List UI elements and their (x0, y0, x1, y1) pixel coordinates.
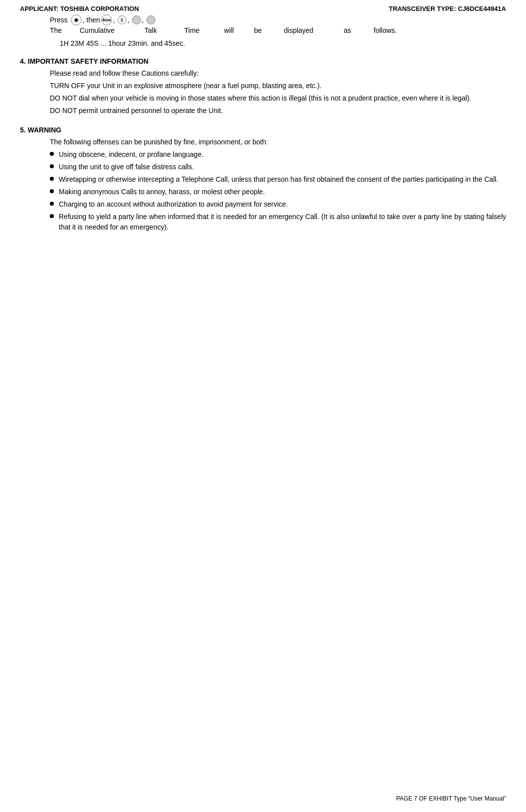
section-4-line2: TURN OFF your Unit in an explosive atmos… (50, 81, 506, 91)
section-4-line1: Please read and follow these Cautions ca… (50, 68, 506, 79)
section-5-body: The following offenses can be punished b… (50, 137, 506, 232)
section-4-title: 4. IMPORTANT SAFETY INFORMATION (20, 57, 506, 65)
button-icon-1: 1 (118, 15, 127, 24)
page-footer: PAGE 7 OF EXHIBIT Type “User Manual” (396, 795, 506, 802)
bullet-dot-icon (50, 189, 54, 193)
section-5-bullets: Using obscene, indecent, or profane lang… (50, 149, 506, 232)
example-line: 1H 23M 45S ... 1hour 23min. and 45sec. (60, 39, 506, 47)
section-5-title: 5. WARNING (20, 126, 506, 134)
time-word: Time (184, 26, 224, 34)
bullet-text: Charging to an account without authoriza… (59, 199, 506, 210)
bullet-text: Using the unit to give off false distres… (59, 162, 506, 172)
button-icon-circle2 (132, 15, 141, 24)
comma3: , (142, 16, 144, 24)
talk-word: Talk (144, 26, 184, 34)
section-5-intro: The following offenses can be punished b… (50, 137, 506, 147)
bullet-dot-icon (50, 202, 54, 206)
list-item: Using the unit to give off false distres… (50, 162, 506, 172)
example-text: 1H 23M 45S ... 1hour 23min. and 45sec. (60, 39, 185, 47)
as-word: as (344, 26, 374, 34)
the-word: The (50, 26, 80, 34)
bullet-dot-icon (50, 177, 54, 181)
bullet-text: Making anonymous Calls to annoy, harass,… (59, 187, 506, 197)
transceiver-label: TRANSCEIVER TYPE: CJ6DCE44941A (389, 5, 506, 12)
comma2: , (128, 16, 130, 24)
section-5: 5. WARNING The following offenses can be… (20, 126, 506, 232)
applicant-label: APPLICANT: TOSHIBA CORPORATION (20, 5, 139, 12)
bullet-text: Wiretapping or otherwise intercepting a … (59, 174, 506, 185)
section-4-line4: DO NOT permit untrained personnel to ope… (50, 106, 506, 116)
bullet-dot-icon (50, 152, 54, 156)
be-word: be (254, 26, 284, 34)
bullet-text: Refusing to yield a party line when info… (59, 212, 506, 232)
press-text: Press (50, 16, 68, 24)
list-item: Charging to an account without authoriza… (50, 199, 506, 210)
displayed-word: displayed (284, 26, 344, 34)
will-word: will (224, 26, 254, 34)
list-item: Refusing to yield a party line when info… (50, 212, 506, 232)
follows-word: follows. (374, 26, 413, 34)
list-item: Using obscene, indecent, or profane lang… (50, 149, 506, 160)
list-item: Making anonymous Calls to annoy, harass,… (50, 187, 506, 197)
list-item: Wiretapping or otherwise intercepting a … (50, 174, 506, 185)
bullet-text: Using obscene, indecent, or profane lang… (59, 149, 506, 160)
then-text: , then (83, 16, 100, 24)
button-icon-circle3 (146, 15, 155, 24)
cumulative-line: The Cumulative Talk Time will be display… (50, 26, 506, 34)
button-icon-4ghi: 4GHI (101, 14, 112, 25)
section-4-body: Please read and follow these Cautions ca… (50, 68, 506, 116)
button-icon-menu: ◉ (71, 14, 82, 25)
press-line: Press ◉ , then 4GHI , 1 , , (50, 14, 506, 25)
bullet-dot-icon (50, 164, 54, 168)
bullet-dot-icon (50, 214, 54, 218)
section-4: 4. IMPORTANT SAFETY INFORMATION Please r… (20, 57, 506, 116)
comma1: , (113, 16, 115, 24)
section-4-line3: DO NOT dial when your vehicle is moving … (50, 93, 506, 104)
cumulative-word: Cumulative (80, 26, 144, 34)
page-header: APPLICANT: TOSHIBA CORPORATION TRANSCEIV… (20, 5, 506, 12)
footer-text: PAGE 7 OF EXHIBIT Type “User Manual” (396, 795, 506, 802)
